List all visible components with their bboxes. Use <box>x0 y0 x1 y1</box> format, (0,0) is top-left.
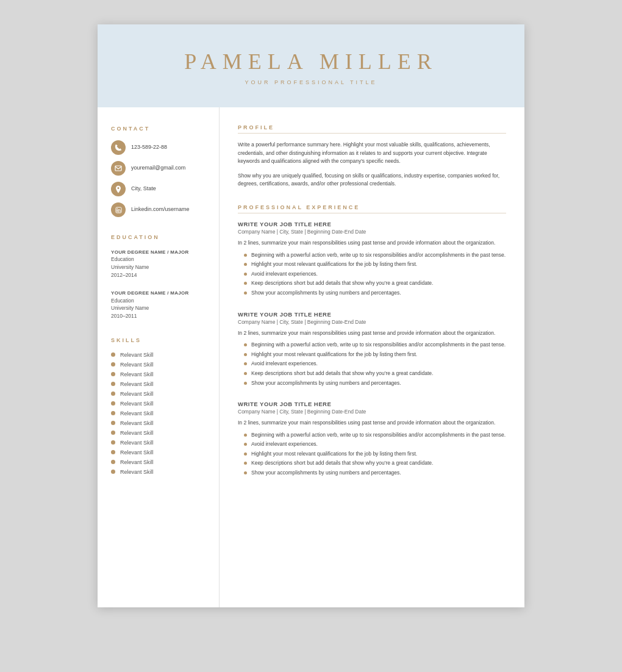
location-text: City, State <box>131 185 156 193</box>
bullet-dot <box>244 254 247 257</box>
bullet-text: Keep descriptions short but add details … <box>251 370 433 378</box>
profile-para-2: Show why you are uniquely qualified, foc… <box>238 172 506 188</box>
bullet-dot <box>244 452 247 456</box>
bullet-dot <box>244 462 247 465</box>
job-bullets: Beginning with a powerful action verb, w… <box>238 341 506 387</box>
bullet-text: Highlight your most relevant qualificati… <box>251 260 417 269</box>
bullet-dot <box>244 343 247 346</box>
list-item: Keep descriptions short but add details … <box>244 459 506 468</box>
contact-email: youremail@gmail.com <box>111 161 206 176</box>
list-item: Keep descriptions short but add details … <box>244 279 506 288</box>
location-icon <box>111 182 126 196</box>
svg-rect-2 <box>116 209 118 212</box>
bullet-dot <box>244 291 247 295</box>
list-item: Show your accomplishments by using numbe… <box>244 469 506 477</box>
list-item: Show your accomplishments by using numbe… <box>244 289 506 298</box>
bullet-text: Beginning with a powerful action verb, w… <box>251 251 506 260</box>
linkedin-text: Linkedin.com/username <box>131 206 190 213</box>
skills-list: Relevant Skill Relevant Skill Relevant S… <box>111 352 206 475</box>
skill-text: Relevant Skill <box>120 449 154 456</box>
bullet-text: Highlight your most relevant qualificati… <box>251 351 417 359</box>
candidate-name: PAMELA MILLER <box>122 49 500 74</box>
job-meta: Company Name | City, State | Beginning D… <box>238 229 506 235</box>
skill-text: Relevant Skill <box>120 391 154 397</box>
job-summary: In 2 lines, summarize your main responsi… <box>238 419 506 427</box>
list-item: Beginning with a powerful action verb, w… <box>244 341 506 349</box>
skill-bullet <box>111 372 115 376</box>
bullet-text: Beginning with a powerful action verb, w… <box>251 431 506 440</box>
job-bullets: Beginning with a powerful action verb, w… <box>238 431 506 477</box>
list-item: Highlight your most relevant qualificati… <box>244 351 506 359</box>
bullet-dot <box>244 353 247 356</box>
skill-bullet <box>111 411 115 415</box>
contact-phone: 123-589-22-88 <box>111 140 206 155</box>
bullet-text: Avoid irrelevant experiences. <box>251 440 318 449</box>
bullet-text: Show your accomplishments by using numbe… <box>251 469 401 477</box>
skill-bullet <box>111 450 115 454</box>
bullet-dot <box>244 471 247 474</box>
skill-bullet <box>111 460 115 464</box>
skill-bullet <box>111 362 115 366</box>
skill-text: Relevant Skill <box>120 440 154 446</box>
list-item: Avoid irrelevant experiences. <box>244 440 506 449</box>
skills-heading: SKILLS <box>111 337 206 343</box>
edu-field-1: Education <box>111 256 206 263</box>
resume-header: PAMELA MILLER YOUR PROFESSIONAL TITLE <box>98 24 524 107</box>
right-column: PROFILE Write a powerful performance sum… <box>220 107 524 607</box>
skill-bullet <box>111 431 115 435</box>
skill-item: Relevant Skill <box>111 410 206 416</box>
list-item: Highlight your most relevant qualificati… <box>244 450 506 459</box>
email-icon <box>111 161 126 176</box>
bullet-text: Show your accomplishments by using numbe… <box>251 379 401 388</box>
resume-body: CONTACT 123-589-22-88 <box>98 107 524 607</box>
experience-heading: PROFESSIONAL EXPERIENCE <box>238 204 506 213</box>
edu-degree-1: YOUR DEGREE NAME / MAJOR <box>111 249 206 256</box>
list-item: Beginning with a powerful action verb, w… <box>244 431 506 440</box>
edu-entry-1: YOUR DEGREE NAME / MAJOR Education Unive… <box>111 249 206 279</box>
job-summary: In 2 lines, summarize your main responsi… <box>238 329 506 338</box>
bullet-dot <box>244 372 247 375</box>
bullet-dot <box>244 282 247 285</box>
skill-item: Relevant Skill <box>111 371 206 377</box>
left-column: CONTACT 123-589-22-88 <box>98 107 220 607</box>
list-item: Beginning with a powerful action verb, w… <box>244 251 506 260</box>
contact-section: CONTACT 123-589-22-88 <box>111 126 206 217</box>
job-title: WRITE YOUR JOB TITLE HERE <box>238 311 506 318</box>
skill-text: Relevant Skill <box>120 352 154 358</box>
linkedin-icon <box>111 202 126 217</box>
skill-item: Relevant Skill <box>111 352 206 358</box>
skill-item: Relevant Skill <box>111 362 206 368</box>
job-summary: In 2 lines, summarize your main responsi… <box>238 239 506 248</box>
list-item: Avoid irrelevant experiences. <box>244 270 506 279</box>
job-entry: WRITE YOUR JOB TITLE HERE Company Name |… <box>238 221 506 298</box>
skill-text: Relevant Skill <box>120 430 154 436</box>
skill-bullet <box>111 401 115 406</box>
bullet-dot <box>244 263 247 266</box>
bullet-dot <box>244 382 247 385</box>
edu-field-2: Education <box>111 297 206 305</box>
bullet-text: Keep descriptions short but add details … <box>251 459 433 468</box>
education-section: EDUCATION YOUR DEGREE NAME / MAJOR Educa… <box>111 234 206 320</box>
skill-text: Relevant Skill <box>120 410 154 416</box>
job-title: WRITE YOUR JOB TITLE HERE <box>238 221 506 227</box>
phone-text: 123-589-22-88 <box>131 144 167 151</box>
list-item: Show your accomplishments by using numbe… <box>244 379 506 388</box>
bullet-text: Show your accomplishments by using numbe… <box>251 289 401 298</box>
bullet-text: Avoid irrelevant experiences. <box>251 270 318 279</box>
skill-bullet <box>111 352 115 357</box>
resume-document: PAMELA MILLER YOUR PROFESSIONAL TITLE CO… <box>98 24 524 607</box>
profile-section: PROFILE Write a powerful performance sum… <box>238 124 506 188</box>
skill-item: Relevant Skill <box>111 430 206 436</box>
job-entry: WRITE YOUR JOB TITLE HERE Company Name |… <box>238 401 506 477</box>
skill-bullet <box>111 391 115 396</box>
email-text: youremail@gmail.com <box>131 165 185 172</box>
skill-bullet <box>111 382 115 386</box>
skill-item: Relevant Skill <box>111 391 206 397</box>
bullet-dot <box>244 434 247 437</box>
job-meta: Company Name | City, State | Beginning D… <box>238 319 506 325</box>
skill-text: Relevant Skill <box>120 469 154 475</box>
bullet-dot <box>244 273 247 276</box>
skill-item: Relevant Skill <box>111 420 206 426</box>
edu-entry-2: YOUR DEGREE NAME / MAJOR Education Unive… <box>111 290 206 320</box>
bullet-dot <box>244 443 247 446</box>
